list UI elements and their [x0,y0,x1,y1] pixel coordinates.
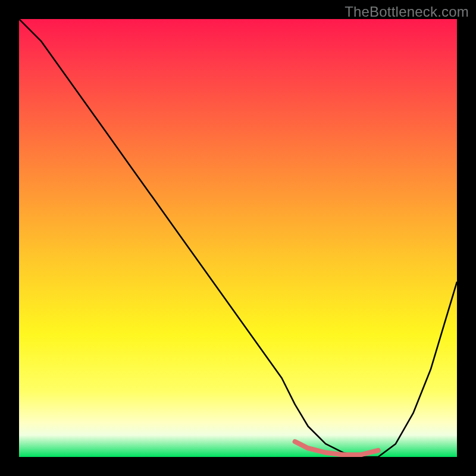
main-curve [19,19,457,457]
plot-area [19,19,457,457]
chart-frame: TheBottleneck.com [0,0,476,476]
curve-layer [19,19,457,457]
trough-highlight [295,441,378,455]
watermark-text: TheBottleneck.com [345,4,469,20]
